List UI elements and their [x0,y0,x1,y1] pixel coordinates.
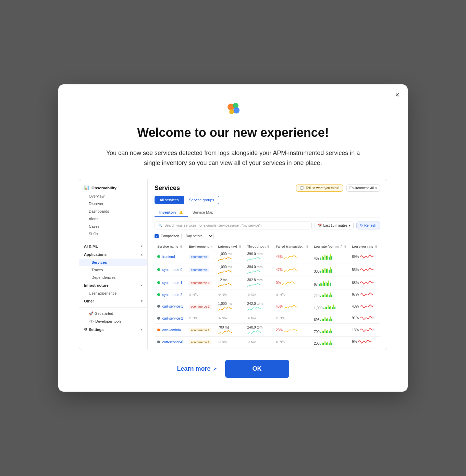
refresh-button[interactable]: ↻ Refresh [356,222,380,229]
ok-button[interactable]: OK [225,360,289,378]
comparison-select[interactable]: Day before Week before [181,233,214,239]
modal-description: You can now see services detected from l… [103,148,363,168]
log-error-rate-cell: 68% [349,276,380,289]
service-link[interactable]: cart-service-0 [162,340,183,344]
log-error-rate-cell: 43% [349,300,380,313]
ai-ml-label: AI & ML [84,244,98,248]
learn-more-label: Learn more [177,365,210,372]
chevron-down-icon-6: ▾ [349,224,351,227]
sidebar-item-cases[interactable]: Cases [79,223,147,230]
sidebar-item-get-started[interactable]: 🚀 Get started [79,310,147,318]
search-box[interactable]: 🔍 Search your services (for example, ser… [155,222,312,229]
throughput-cell: 240.0 tpm [245,324,273,337]
na-throughput: N/A [247,340,270,344]
na-failed: N/A [276,340,308,344]
status-dot [157,255,160,258]
feedback-label: Tell us what you think! [306,186,339,190]
failed-value: 23% [276,328,283,332]
feedback-button[interactable]: 💬 Tell us what you think! [296,185,343,192]
service-name-cell: cart-service-1 [155,300,186,313]
tabs-row: All services Service groups [155,196,380,204]
log-rate-cell: 200 [311,337,349,347]
service-link[interactable]: frontend [162,255,175,259]
service-link[interactable]: aws-lambda [162,328,181,332]
chat-icon: 💬 [300,186,304,190]
status-dot [157,329,160,331]
learn-more-button[interactable]: Learn more ↗ [177,365,217,372]
tab-all-services[interactable]: All services [155,196,184,204]
subtab-service-map[interactable]: Service Map [188,208,218,217]
failed-cell: N/A [273,337,311,347]
log-error-rate-cell: 13% [349,324,380,337]
throughput-value: 240.0 tpm [247,325,262,329]
time-selector[interactable]: 📅 Last 15 minutes ▾ [315,222,354,229]
preview-container: 📊 Observability Overview Discover Dashbo… [79,179,387,350]
env-value: All [370,186,374,190]
service-link[interactable]: synth-node-1 [162,281,182,285]
sidebar-item-slos[interactable]: SLOs [79,230,147,238]
service-link[interactable]: synth-node-0 [162,268,182,272]
service-link[interactable]: cart-service-1 [162,305,183,308]
svg-point-2 [233,107,240,114]
na-env: N/A [189,317,213,320]
log-rate-cell: 352 [311,347,349,350]
service-name-cell: cart-service-0 [155,337,186,347]
latency-value: 700 ms [218,325,230,329]
chevron-down-icon-2: ▾ [141,284,143,287]
sidebar-item-discover[interactable]: Discover [79,200,147,207]
sidebar-item-overview[interactable]: Overview [79,192,147,200]
close-button[interactable]: × [395,91,400,99]
sidebar-group-infrastructure[interactable]: Infrastructure ▾ [79,281,147,289]
throughput-cell: 396.0 tpm [245,250,273,263]
environment-cell: ecommerce 2 [186,347,216,350]
settings-label: Settings [89,328,103,332]
environment-cell: ecommerce [186,263,216,276]
tab-service-groups[interactable]: Service groups [184,196,219,204]
service-name-cell: synth-node-0 [155,263,186,276]
sidebar-item-developer-tools[interactable]: </> Developer tools [79,318,147,325]
sidebar-item-user-experience[interactable]: User Experience [79,289,147,297]
comparison-checkbox[interactable]: ✓ [155,234,159,238]
failed-value: 0% [276,281,281,284]
subtab-inventory[interactable]: Inventory 🔔 [155,208,188,217]
sidebar-item-services[interactable]: Services [79,259,147,266]
sidebar-group-applications[interactable]: Applications ▴ [79,250,147,259]
sidebar-item-alerts[interactable]: Alerts [79,215,147,223]
search-row: 🔍 Search your services (for example, ser… [155,222,380,229]
sidebar-group-settings[interactable]: ⚙ Settings ▾ [79,325,147,334]
latency-cell: N/A [216,337,245,347]
refresh-icon: ↻ [360,224,363,227]
log-error-rate-value: 89% [352,254,359,258]
latency-cell: 12 ms [216,276,245,289]
sidebar-group-other[interactable]: Other ▾ [79,297,147,305]
service-name-cell: cart-service-2 [155,313,186,324]
infrastructure-label: Infrastructure [84,283,109,287]
chevron-up-icon: ▴ [141,253,143,256]
status-dot [157,317,160,320]
service-link[interactable]: synth-node-2 [162,293,182,297]
sidebar-item-dependencies[interactable]: Dependencies [79,274,147,281]
env-label: Environment [350,186,369,190]
failed-cell: N/A [273,313,311,324]
log-error-rate-value: 13% [352,328,359,332]
service-link[interactable]: cart-service-2 [162,317,183,320]
chevron-down-icon-3: ▾ [141,299,143,303]
chevron-down-icon-5: ▾ [375,186,377,190]
services-title: Services [155,185,180,192]
sidebar-item-dashboards[interactable]: Dashboards [79,207,147,215]
environment-selector[interactable]: Environment All ▾ [346,185,380,192]
status-dot [157,293,160,296]
log-rate-value: 467 [314,257,320,260]
log-error-rate-value: 43% [352,304,359,308]
sidebar-observability-header: 📊 Observability [79,183,147,192]
throughput-cell: 384.0 tpm [245,263,273,276]
service-name-cell: synth-node-2 [155,289,186,300]
modal-footer: Learn more ↗ OK [177,360,289,378]
sidebar-item-traces[interactable]: Traces [79,266,147,274]
throughput-cell: N/A [245,347,273,350]
environment-cell: ecommerce 2 [186,337,216,347]
log-error-rate-cell: 63% [349,347,380,350]
latency-value: 1,000 ms [218,302,232,306]
log-error-rate-value: 55% [352,267,359,271]
sidebar-group-ai-ml[interactable]: AI & ML ▾ [79,242,147,250]
